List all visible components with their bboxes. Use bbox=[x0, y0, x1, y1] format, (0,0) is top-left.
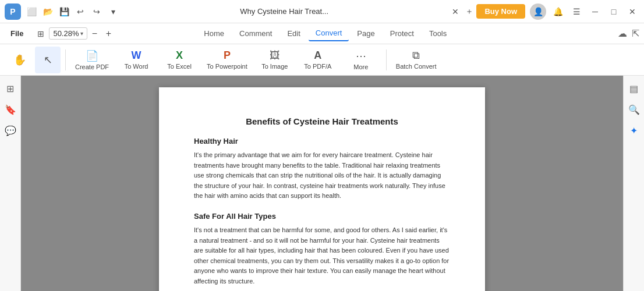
more-icon: ⋯ bbox=[356, 49, 366, 62]
menu-items: Home Comment Edit Convert Page Protect T… bbox=[197, 26, 454, 41]
menu-comment[interactable]: Comment bbox=[232, 26, 279, 41]
comment-sidebar-icon[interactable]: 💬 bbox=[2, 122, 19, 139]
to-pdfa-label: To PDF/A bbox=[304, 63, 331, 70]
zoom-controls: ⊞ 50.28% ▾ − + bbox=[34, 27, 115, 41]
to-pdfa-btn[interactable]: A To PDF/A bbox=[298, 47, 338, 73]
menu-page[interactable]: Page bbox=[350, 26, 381, 41]
title-bar-actions: ⬜ 📂 💾 ↩ ↪ ▾ bbox=[24, 5, 120, 19]
to-ppt-icon: P bbox=[224, 49, 231, 62]
new-btn[interactable]: ⬜ bbox=[24, 5, 38, 19]
cursor-icon: ↖ bbox=[44, 54, 52, 66]
undo-btn[interactable]: ↩ bbox=[73, 5, 87, 19]
zoom-out-btn[interactable]: − bbox=[89, 27, 101, 40]
maximize-btn[interactable]: □ bbox=[607, 5, 621, 19]
zoom-in-btn[interactable]: + bbox=[102, 27, 115, 40]
hand-tool-btn[interactable]: ✋ bbox=[7, 47, 33, 73]
hand-icon: ✋ bbox=[13, 54, 26, 66]
expand-icon[interactable]: ⇱ bbox=[632, 28, 639, 39]
cursor-tool-btn[interactable]: ↖ bbox=[35, 47, 61, 73]
to-image-btn[interactable]: 🖼 To Image bbox=[254, 47, 295, 73]
thumbnail-icon[interactable]: ⊞ bbox=[2, 80, 19, 97]
save-btn[interactable]: 💾 bbox=[57, 5, 71, 19]
ai-sparkle-icon[interactable]: ✦ bbox=[626, 122, 642, 139]
left-sidebar: ⊞ 🔖 💬 bbox=[0, 76, 21, 291]
menu-convert[interactable]: Convert bbox=[309, 26, 349, 41]
user-avatar[interactable]: 👤 bbox=[530, 3, 546, 20]
batch-icon: ⧉ bbox=[412, 49, 420, 62]
create-pdf-btn[interactable]: 📄 Create PDF bbox=[70, 47, 114, 73]
to-image-icon: 🖼 bbox=[270, 49, 280, 62]
buy-now-button[interactable]: Buy Now bbox=[476, 4, 525, 19]
title-bar: P ⬜ 📂 💾 ↩ ↪ ▾ Why Cysteine Hair Treat...… bbox=[0, 0, 644, 23]
toolbar-separator-2 bbox=[386, 49, 387, 70]
dropdown-btn[interactable]: ▾ bbox=[106, 5, 120, 19]
create-pdf-icon: 📄 bbox=[86, 49, 98, 62]
menu-protect[interactable]: Protect bbox=[383, 26, 421, 41]
document-title: Why Cysteine Hair Treat... bbox=[120, 7, 448, 16]
main-area: ⊞ 🔖 💬 Benefits of Cysteine Hair Treatmen… bbox=[0, 76, 644, 291]
to-ppt-label: To Powerpoint bbox=[207, 63, 247, 70]
to-excel-icon: X bbox=[176, 49, 183, 62]
close-btn[interactable]: ✕ bbox=[625, 5, 639, 19]
more-btn[interactable]: ⋯ More bbox=[341, 47, 381, 73]
menu-bar: File ⊞ 50.28% ▾ − + Home Comment Edit Co… bbox=[0, 23, 644, 44]
bookmark-icon[interactable]: 🔖 bbox=[2, 101, 19, 118]
add-tab-btn[interactable]: ✕ bbox=[448, 5, 462, 19]
menu-btn[interactable]: ☰ bbox=[569, 5, 583, 19]
to-word-btn[interactable]: W To Word bbox=[116, 47, 157, 73]
pdf-viewer[interactable]: Benefits of Cysteine Hair Treatments Hea… bbox=[21, 76, 623, 291]
search-right-icon[interactable]: 🔍 bbox=[626, 101, 642, 118]
to-pdfa-icon: A bbox=[314, 49, 321, 62]
section-heading-1: Safe For All Hair Types bbox=[194, 212, 450, 221]
to-word-label: To Word bbox=[125, 63, 148, 70]
to-word-icon: W bbox=[132, 49, 141, 62]
batch-label: Batch Convert bbox=[396, 63, 437, 70]
panel-right-icon[interactable]: ▤ bbox=[626, 80, 642, 97]
section-heading-0: Healthy Hair bbox=[194, 137, 450, 146]
notification-btn[interactable]: 🔔 bbox=[551, 5, 565, 19]
to-ppt-btn[interactable]: P To Powerpoint bbox=[202, 47, 252, 73]
redo-btn[interactable]: ↪ bbox=[90, 5, 104, 19]
batch-convert-btn[interactable]: ⧉ Batch Convert bbox=[391, 47, 441, 73]
menu-home[interactable]: Home bbox=[197, 26, 231, 41]
more-label: More bbox=[353, 63, 368, 70]
menu-edit[interactable]: Edit bbox=[280, 26, 307, 41]
to-excel-btn[interactable]: X To Excel bbox=[159, 47, 200, 73]
right-sidebar: ▤ 🔍 ✦ bbox=[623, 76, 644, 291]
new-tab-btn[interactable]: ＋ bbox=[462, 5, 476, 19]
section-text-1: It's not a treatment that can be harmful… bbox=[194, 225, 450, 287]
title-bar-right: Buy Now 👤 🔔 ☰ ─ □ ✕ bbox=[476, 3, 639, 20]
pdf-page: Benefits of Cysteine Hair Treatments Hea… bbox=[159, 87, 485, 291]
open-btn[interactable]: 📂 bbox=[41, 5, 55, 19]
title-bar-left: P ⬜ 📂 💾 ↩ ↪ ▾ bbox=[5, 3, 120, 20]
pdf-title: Benefits of Cysteine Hair Treatments bbox=[194, 116, 450, 126]
section-text-0: It's the primary advantage that we aim f… bbox=[194, 150, 450, 201]
to-image-label: To Image bbox=[261, 63, 288, 70]
minimize-btn[interactable]: ─ bbox=[588, 5, 602, 19]
app-logo: P bbox=[5, 3, 21, 20]
page-thumb-btn[interactable]: ⊞ bbox=[34, 27, 48, 41]
to-excel-label: To Excel bbox=[167, 63, 192, 70]
create-pdf-label: Create PDF bbox=[75, 63, 109, 70]
toolbar-separator-1 bbox=[65, 49, 66, 70]
cloud-icon[interactable]: ☁ bbox=[618, 28, 627, 39]
menu-tools[interactable]: Tools bbox=[422, 26, 454, 41]
file-menu[interactable]: File bbox=[5, 27, 29, 40]
zoom-display: 50.28% ▾ bbox=[49, 27, 87, 40]
menu-right: ☁ ⇱ bbox=[618, 28, 639, 39]
convert-toolbar: ✋ ↖ 📄 Create PDF W To Word X To Excel P … bbox=[0, 44, 644, 76]
